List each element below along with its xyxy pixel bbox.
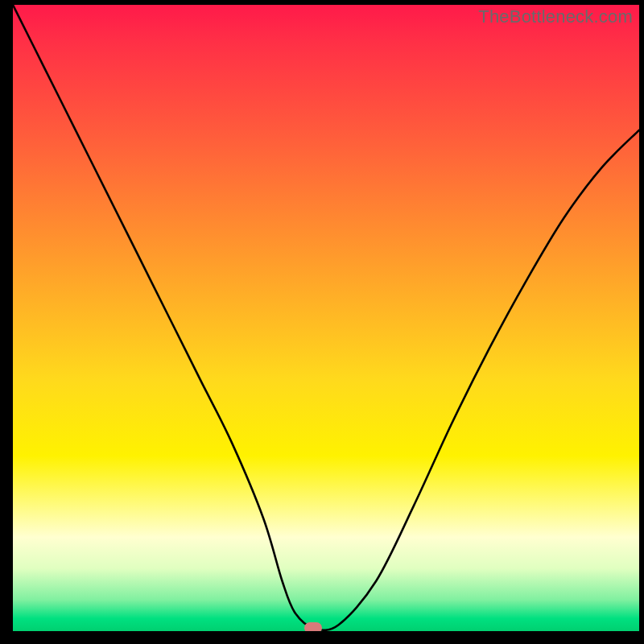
attribution-text: TheBottleneck.com	[478, 6, 633, 27]
chart-frame	[0, 0, 644, 644]
